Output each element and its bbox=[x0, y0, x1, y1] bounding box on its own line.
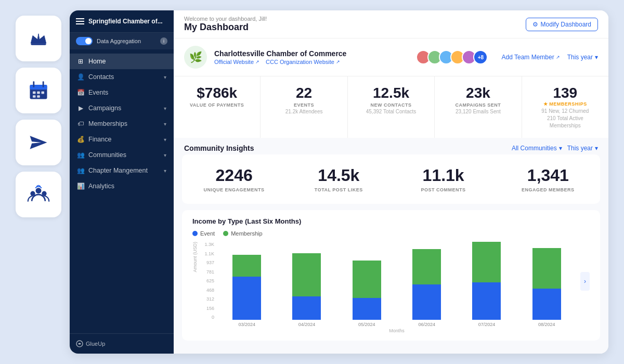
membership-legend-label: Membership bbox=[231, 230, 263, 237]
y-axis-title: Amount (USD) bbox=[192, 242, 198, 272]
communities-nav-icon: 👥 bbox=[77, 151, 84, 159]
x-label-4: 07/2024 bbox=[459, 320, 514, 327]
modify-dashboard-button[interactable]: ⚙ Modify Dashboard bbox=[526, 18, 598, 31]
bar-stack-2 bbox=[353, 261, 381, 320]
team-avatars: +8 bbox=[416, 50, 488, 64]
official-website-link[interactable]: Official Website ↗ bbox=[214, 59, 259, 65]
payments-value: $786k bbox=[183, 85, 251, 101]
add-team-button[interactable]: Add Team Member ↗ bbox=[501, 54, 560, 61]
bar-stack-3 bbox=[412, 249, 441, 320]
engagements-value: 2246 bbox=[188, 166, 280, 185]
event-bar-5 bbox=[532, 289, 561, 320]
modify-icon: ⚙ bbox=[532, 21, 538, 28]
nav-label-contacts: Contacts bbox=[88, 73, 114, 81]
community-year-label: This year bbox=[567, 145, 593, 152]
calendar-icon-panel[interactable] bbox=[16, 68, 61, 113]
bar-stack-5 bbox=[532, 248, 561, 320]
engagements-label: UNIQUE ENGAGEMENTS bbox=[188, 187, 280, 192]
org-header: 🌿 Charlottesville Chamber of Commerce Of… bbox=[174, 38, 608, 76]
memberships-nav-icon: 🏷 bbox=[77, 120, 84, 127]
title-area: Welcome to your dashboard, Jill! My Dash… bbox=[184, 16, 267, 33]
membership-bar-5 bbox=[532, 248, 561, 289]
analytics-nav-icon: 📊 bbox=[77, 183, 84, 190]
y-label-7: 1.1K bbox=[200, 251, 214, 256]
chart-scroll-right[interactable]: › bbox=[576, 242, 590, 333]
stat-payments: $786k VALUE OF PAYMENTS bbox=[174, 76, 260, 138]
nav-item-campaigns[interactable]: ▶ Campaigns ▾ bbox=[70, 100, 174, 116]
paper-plane-icon-panel[interactable] bbox=[16, 120, 61, 165]
y-label-6: 937 bbox=[200, 260, 214, 265]
membership-legend-dot bbox=[223, 231, 228, 236]
info-icon[interactable]: i bbox=[160, 37, 167, 45]
avatar-more-count: +8 bbox=[478, 55, 484, 60]
event-legend-dot bbox=[192, 231, 198, 236]
all-communities-filter[interactable]: All Communities ▾ bbox=[512, 145, 562, 152]
nav-label-communities: Communities bbox=[88, 151, 126, 159]
event-bar-3 bbox=[412, 284, 441, 320]
y-label-0: 0 bbox=[200, 315, 214, 320]
nav-item-communities[interactable]: 👥 Communities ▾ bbox=[70, 147, 174, 163]
chevron-chapter: ▾ bbox=[164, 168, 166, 174]
crown-icon-panel[interactable] bbox=[16, 16, 61, 61]
hamburger-menu[interactable] bbox=[76, 18, 84, 24]
community-controls: All Communities ▾ This year ▾ bbox=[512, 145, 598, 152]
finance-nav-icon: 💰 bbox=[77, 136, 84, 143]
svg-rect-0 bbox=[31, 43, 46, 45]
bar-group-3 bbox=[399, 242, 454, 320]
glueup-logo: GlueUp bbox=[76, 340, 105, 347]
bar-group-4 bbox=[459, 242, 514, 320]
bar-stack-1 bbox=[292, 253, 321, 320]
chart-legend: Event Membership bbox=[192, 230, 590, 237]
y-label-3: 468 bbox=[200, 288, 214, 293]
community-title: Community Insights bbox=[184, 144, 254, 152]
data-aggregation-toggle[interactable] bbox=[76, 37, 93, 45]
nav-item-contacts[interactable]: 👤 Contacts ▾ bbox=[70, 69, 174, 85]
campaigns-sub: 23,120 Emails Sent bbox=[444, 109, 512, 114]
ccc-website-link[interactable]: CCC Organization Website ↗ bbox=[266, 59, 340, 65]
nav-item-memberships[interactable]: 🏷 Memberships ▾ bbox=[70, 116, 174, 132]
nav-item-events[interactable]: 📅 Events bbox=[70, 85, 174, 100]
community-year-filter[interactable]: This year ▾ bbox=[567, 145, 598, 152]
event-bar-4 bbox=[472, 282, 501, 320]
sidebar-org-name: Springfield Chamber of... bbox=[88, 18, 167, 25]
membership-bar-3 bbox=[412, 249, 441, 284]
chevron-contacts: ▾ bbox=[164, 74, 166, 80]
comm-post-likes: 14.5k TOTAL POST LIKES bbox=[287, 157, 391, 202]
x-label-0: 03/2024 bbox=[219, 320, 274, 327]
year-filter-button[interactable]: This year ▾ bbox=[567, 54, 598, 61]
community-icon-panel[interactable] bbox=[16, 172, 61, 217]
chevron-campaigns: ▾ bbox=[164, 106, 166, 111]
campaigns-nav-icon: ▶ bbox=[77, 105, 84, 112]
x-label-3: 06/2024 bbox=[399, 320, 454, 327]
events-nav-icon: 📅 bbox=[77, 89, 84, 96]
chapter-nav-icon: 👥 bbox=[77, 167, 84, 174]
x-label-5: 08/2024 bbox=[519, 320, 574, 327]
campaigns-label: CAMPAIGNS SENT bbox=[444, 102, 512, 108]
chevron-memberships: ▾ bbox=[164, 121, 166, 127]
scroll-right-icon[interactable]: › bbox=[580, 272, 590, 291]
campaigns-value: 23k bbox=[444, 85, 512, 101]
bar-group-2 bbox=[340, 242, 394, 320]
legend-event: Event bbox=[192, 230, 215, 237]
event-bar-2 bbox=[353, 298, 381, 320]
stat-campaigns: 23k CAMPAIGNS SENT 23,120 Emails Sent bbox=[435, 76, 521, 138]
nav-item-chapter[interactable]: 👥 Chapter Mangement ▾ bbox=[70, 163, 174, 178]
community-stats: 2246 UNIQUE ENGAGEMENTS 14.5k TOTAL POST… bbox=[182, 154, 600, 204]
membership-bar-2 bbox=[353, 261, 381, 298]
nav-item-finance[interactable]: 💰 Finance ▾ bbox=[70, 132, 174, 147]
add-team-icon: ↗ bbox=[556, 55, 560, 60]
community-section-header: Community Insights All Communities ▾ Thi… bbox=[174, 138, 608, 154]
glueup-label: GlueUp bbox=[86, 341, 105, 347]
stats-row: $786k VALUE OF PAYMENTS 22 EVENTS 21.2k … bbox=[174, 76, 608, 138]
nav-item-home[interactable]: ⊞ Home bbox=[70, 54, 174, 69]
external-link-icon-1: ↗ bbox=[255, 59, 259, 64]
nav-item-analytics[interactable]: 📊 Analytics bbox=[70, 178, 174, 194]
org-logo: 🌿 bbox=[184, 46, 207, 69]
post-likes-value: 14.5k bbox=[293, 166, 384, 185]
members-value: 1,341 bbox=[502, 166, 594, 185]
y-label-4: 625 bbox=[200, 278, 214, 283]
org-link-label-2: CCC Organization Website bbox=[266, 59, 334, 65]
y-axis-area: Amount (USD) bbox=[192, 242, 198, 333]
y-label-8: 1.3K bbox=[200, 242, 214, 247]
app-container: Springfield Chamber of... Data Aggregati… bbox=[70, 10, 608, 354]
